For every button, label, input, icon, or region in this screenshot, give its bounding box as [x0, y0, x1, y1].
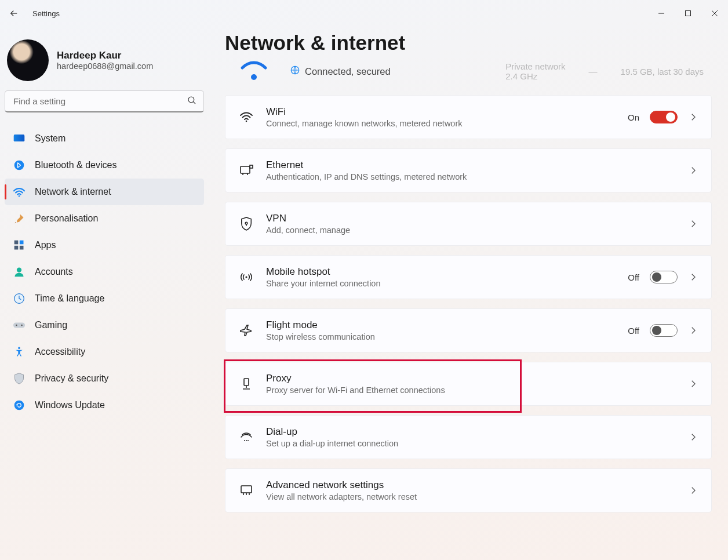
setting-wifi[interactable]: WiFi Connect, manage known networks, met… — [225, 95, 712, 139]
search-input[interactable] — [5, 90, 204, 112]
display-icon — [13, 132, 26, 145]
svg-rect-7 — [20, 241, 24, 245]
window-title: Settings — [32, 9, 60, 18]
dialup-icon — [238, 431, 254, 443]
sidebar: Hardeep Kaur hardeep0688@gmail.com Syste… — [0, 27, 209, 560]
item-subtitle: Authentication, IP and DNS settings, met… — [266, 172, 676, 181]
sidebar-item-label: Privacy & security — [35, 373, 108, 384]
chevron-right-icon — [688, 485, 698, 496]
item-title: Advanced network settings — [266, 479, 676, 491]
network-adapter-icon — [238, 484, 254, 497]
sidebar-item-apps[interactable]: Apps — [5, 232, 204, 259]
svg-point-1 — [188, 97, 194, 103]
toggle-label: Off — [628, 272, 639, 282]
svg-rect-8 — [14, 246, 19, 250]
sidebar-item-privacy[interactable]: Privacy & security — [5, 365, 204, 392]
avatar — [7, 39, 49, 81]
chevron-right-icon — [688, 165, 698, 176]
apps-icon — [13, 239, 26, 252]
sidebar-item-bluetooth[interactable]: Bluetooth & devices — [5, 152, 204, 179]
search-icon — [187, 95, 197, 108]
item-subtitle: Share your internet connection — [266, 279, 616, 288]
paintbrush-icon — [13, 212, 26, 225]
setting-ethernet[interactable]: Ethernet Authentication, IP and DNS sett… — [225, 148, 712, 192]
sidebar-item-time-language[interactable]: Time & language — [5, 285, 204, 312]
item-title: Proxy — [266, 373, 676, 384]
proxy-icon — [238, 377, 254, 391]
item-subtitle: Add, connect, manage — [266, 226, 676, 235]
setting-dialup[interactable]: Dial-up Set up a dial-up internet connec… — [225, 415, 712, 459]
flight-toggle[interactable] — [650, 324, 678, 337]
meta-private: Private network — [505, 61, 565, 71]
clock-globe-icon — [13, 292, 26, 305]
sidebar-item-update[interactable]: Windows Update — [5, 392, 204, 419]
chevron-right-icon — [688, 272, 698, 282]
svg-point-19 — [246, 121, 247, 122]
svg-rect-12 — [13, 322, 25, 328]
main-content: Network & internet Connected, secured Pr… — [209, 27, 728, 560]
meta-sep: — — [589, 67, 598, 77]
svg-point-23 — [245, 276, 247, 278]
svg-point-15 — [18, 347, 20, 350]
close-button[interactable] — [701, 2, 728, 25]
chevron-right-icon — [688, 379, 698, 389]
setting-vpn[interactable]: VPN Add, connect, manage — [225, 202, 712, 246]
svg-point-16 — [14, 401, 24, 410]
page-title: Network & internet — [225, 31, 712, 54]
wifi-icon — [238, 111, 254, 123]
svg-point-26 — [246, 440, 247, 441]
sidebar-item-label: Windows Update — [35, 400, 105, 410]
network-summary: Connected, secured Private network 2.4 G… — [225, 59, 712, 86]
svg-point-27 — [247, 440, 249, 441]
back-button[interactable] — [6, 5, 22, 21]
setting-advanced[interactable]: Advanced network settings View all netwo… — [225, 468, 712, 512]
wifi-status-icon — [233, 63, 275, 80]
item-title: Ethernet — [266, 159, 676, 171]
svg-point-17 — [251, 74, 257, 80]
sidebar-item-label: Network & internet — [35, 187, 111, 197]
accessibility-icon — [13, 346, 26, 358]
item-subtitle: Connect, manage known networks, metered … — [266, 119, 616, 128]
item-subtitle: Stop wireless communication — [266, 332, 616, 341]
sidebar-nav: System Bluetooth & devices Network & int… — [5, 125, 204, 419]
svg-rect-24 — [244, 379, 249, 386]
network-status-text: Connected, secured — [290, 65, 391, 78]
setting-flight-mode[interactable]: Flight mode Stop wireless communication … — [225, 308, 712, 352]
svg-rect-3 — [14, 134, 24, 141]
hotspot-toggle[interactable] — [650, 271, 678, 283]
user-name: Hardeep Kaur — [57, 50, 153, 61]
sidebar-item-accessibility[interactable]: Accessibility — [5, 339, 204, 365]
svg-rect-21 — [250, 165, 253, 168]
setting-hotspot[interactable]: Mobile hotspot Share your internet conne… — [225, 255, 712, 299]
sidebar-item-accounts[interactable]: Accounts — [5, 259, 204, 285]
maximize-button[interactable] — [675, 2, 701, 25]
item-title: Dial-up — [266, 426, 676, 438]
sidebar-item-network[interactable]: Network & internet — [5, 179, 204, 205]
item-subtitle: Proxy server for Wi-Fi and Ethernet conn… — [266, 386, 676, 395]
setting-proxy[interactable]: Proxy Proxy server for Wi-Fi and Etherne… — [225, 362, 712, 406]
item-subtitle: View all network adapters, network reset — [266, 492, 676, 501]
meta-band: 2.4 GHz — [505, 71, 565, 81]
minimize-button[interactable] — [648, 2, 675, 25]
svg-point-14 — [21, 325, 23, 326]
user-block[interactable]: Hardeep Kaur hardeep0688@gmail.com — [5, 31, 204, 89]
sidebar-item-label: Gaming — [35, 320, 67, 330]
sidebar-item-label: System — [35, 133, 65, 144]
svg-rect-20 — [241, 166, 250, 173]
update-icon — [13, 399, 26, 412]
item-title: Mobile hotspot — [266, 266, 616, 278]
sidebar-item-gaming[interactable]: Gaming — [5, 312, 204, 339]
sidebar-item-system[interactable]: System — [5, 125, 204, 152]
sidebar-item-label: Time & language — [35, 293, 104, 304]
item-title: Flight mode — [266, 319, 616, 331]
user-texts: Hardeep Kaur hardeep0688@gmail.com — [57, 50, 153, 71]
item-title: VPN — [266, 213, 676, 224]
sidebar-item-label: Bluetooth & devices — [35, 160, 117, 170]
wifi-toggle[interactable] — [650, 111, 678, 123]
window-controls — [648, 2, 728, 25]
sidebar-item-personalisation[interactable]: Personalisation — [5, 205, 204, 232]
chevron-right-icon — [688, 432, 698, 442]
chevron-right-icon — [688, 325, 698, 336]
toggle-label: On — [628, 112, 639, 122]
chevron-right-icon — [688, 219, 698, 229]
